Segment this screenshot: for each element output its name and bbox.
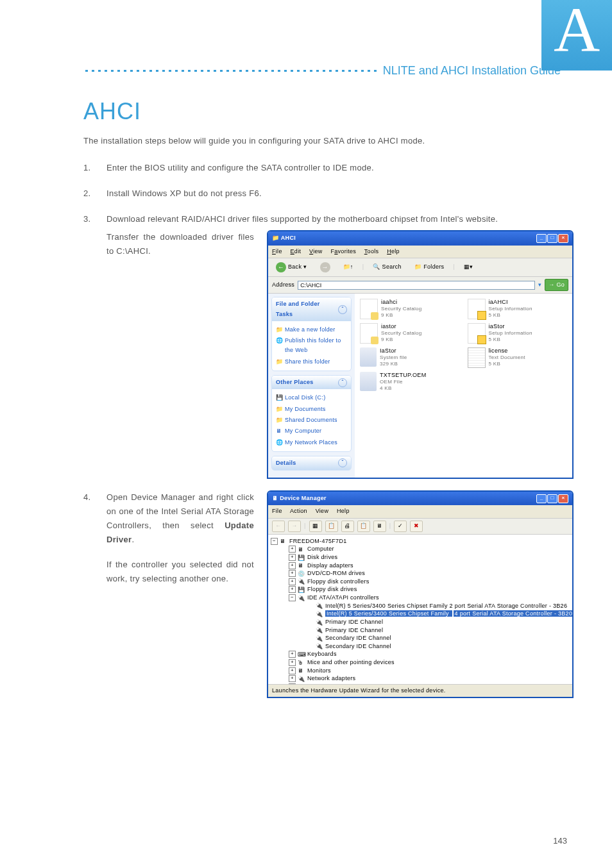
header-title: NLITE and AHCI Installation Guide <box>383 64 574 78</box>
expand-box[interactable]: + <box>289 675 296 682</box>
folders-button[interactable]: 📁 Folders <box>411 260 448 274</box>
explorer-titlebar[interactable]: 📁 AHCI _ □ × <box>268 231 572 245</box>
minimize-button[interactable]: _ <box>536 234 547 243</box>
panel-header[interactable]: File and Folder Tasksˆ <box>272 297 351 321</box>
file-item[interactable]: iaahciSecurity Catalog9 KB <box>360 299 460 319</box>
menu-view[interactable]: View <box>309 248 323 255</box>
folder-icon: 📁 <box>276 415 282 422</box>
scan-button[interactable]: 🖥 <box>373 521 386 532</box>
panel-header[interactable]: Detailsˇ <box>272 456 351 470</box>
tree-sata-ctrl-2[interactable]: 🔌Intel(R) 5 Series/3400 Series Chipset F… <box>307 610 570 618</box>
expand-box[interactable]: + <box>289 586 296 593</box>
tree-secondary-ide-1[interactable]: 🔌Secondary IDE Channel <box>307 634 570 642</box>
file-item[interactable]: TXTSETUP.OEMOEM File4 KB <box>360 372 460 391</box>
expand-box[interactable]: + <box>289 683 296 684</box>
file-item[interactable]: iastorSecurity Catalog9 KB <box>360 323 460 344</box>
print-button[interactable]: 🖨 <box>341 521 354 532</box>
enable-button[interactable]: ✓ <box>394 521 407 532</box>
expand-box[interactable]: + <box>289 546 296 553</box>
minimize-button[interactable]: _ <box>536 494 547 503</box>
collapse-box[interactable]: − <box>289 594 296 601</box>
panel-header[interactable]: Other Placesˆ <box>272 376 351 389</box>
forward-button[interactable]: → <box>316 260 334 274</box>
tree-computer[interactable]: +🖥Computer <box>289 545 570 553</box>
expand-box[interactable]: + <box>289 570 296 577</box>
expand-box[interactable]: + <box>289 554 296 561</box>
txt-icon <box>468 347 486 368</box>
menu-file[interactable]: FFileile <box>272 248 282 255</box>
tree-dvd[interactable]: +💿DVD/CD-ROM drives <box>289 569 570 578</box>
tree-other[interactable]: +?Other devices <box>289 683 570 684</box>
place-my-documents[interactable]: 📁My Documents <box>276 405 347 414</box>
expand-box[interactable]: + <box>289 659 296 666</box>
views-button[interactable]: ▦▾ <box>460 260 477 274</box>
place-shared-documents[interactable]: 📁Shared Documents <box>276 415 347 425</box>
tree-button[interactable]: ▦ <box>309 521 322 532</box>
menu-file[interactable]: File <box>272 508 282 514</box>
explorer-window: 📁 AHCI _ □ × FFileile Edit View Favorite… <box>267 230 574 479</box>
tree-display[interactable]: +🖥Display adapters <box>289 562 570 570</box>
appendix-letter: A <box>554 0 600 65</box>
menu-edit[interactable]: Edit <box>291 248 302 255</box>
collapse-icon[interactable]: ˆ <box>338 305 347 314</box>
task-new-folder[interactable]: 📁Make a new folder <box>276 325 347 335</box>
menu-help[interactable]: Help <box>337 508 350 514</box>
menu-favorites[interactable]: Favorites <box>330 248 356 255</box>
maximize-button[interactable]: □ <box>547 494 557 503</box>
go-button[interactable]: → Go <box>545 279 568 291</box>
expand-box[interactable]: + <box>289 651 296 658</box>
oem-icon <box>360 372 377 391</box>
inf-icon <box>468 323 486 344</box>
tree-keyboards[interactable]: +⌨Keyboards <box>289 650 570 658</box>
place-my-network[interactable]: 🌐My Network Places <box>276 438 347 447</box>
nav-fwd-button[interactable]: → <box>288 521 301 532</box>
status-bar: Launches the Hardware Update Wizard for … <box>268 684 572 697</box>
tree-disk-drives[interactable]: +💾Disk drives <box>289 553 570 562</box>
tree-network[interactable]: +🔌Network adapters <box>289 674 570 683</box>
expand-box[interactable]: + <box>289 562 296 569</box>
uninstall-button[interactable]: ✖ <box>410 521 423 532</box>
display-icon: 🖥 <box>298 562 305 569</box>
nav-back-button[interactable]: ← <box>272 521 285 532</box>
tree-mice[interactable]: +🖱Mice and other pointing devices <box>289 658 570 667</box>
collapse-icon[interactable]: ˆ <box>338 378 347 387</box>
task-publish[interactable]: 🌐Publish this folder to the Web <box>276 336 347 356</box>
expand-box[interactable]: + <box>289 578 296 585</box>
tree-primary-ide-1[interactable]: 🔌Primary IDE Channel <box>307 618 570 626</box>
task-share[interactable]: 📁Share this folder <box>276 357 347 367</box>
file-item[interactable]: IaStorSystem file329 KB <box>360 347 460 368</box>
menu-help[interactable]: Help <box>387 248 400 255</box>
tree-root[interactable]: −🖥FREEDOM-475F7D1 +🖥Computer +💾Disk driv… <box>271 537 570 684</box>
dm-titlebar[interactable]: 🖥 Device Manager _ □ × <box>268 492 572 505</box>
menu-tools[interactable]: Tools <box>364 248 379 255</box>
menu-action[interactable]: Action <box>290 508 307 514</box>
tree-secondary-ide-2[interactable]: 🔌Secondary IDE Channel <box>307 642 570 651</box>
close-button[interactable]: × <box>558 494 568 503</box>
search-button[interactable]: 🔍 Search <box>369 260 405 274</box>
properties-button[interactable]: 📋 <box>325 521 338 532</box>
maximize-button[interactable]: □ <box>547 234 557 243</box>
back-button[interactable]: ← Back ▾ <box>272 260 311 274</box>
place-my-computer[interactable]: 🖥My Computer <box>276 426 347 436</box>
tree-floppy-ctrl[interactable]: +🔌Floppy disk controllers <box>289 578 570 586</box>
place-local-disk[interactable]: 💾Local Disk (C:) <box>276 393 347 403</box>
share-icon: 📁 <box>276 357 282 363</box>
file-item[interactable]: licenseText Document5 KB <box>468 347 568 368</box>
file-item[interactable]: iaStorSetup Information5 KB <box>468 323 568 344</box>
file-item[interactable]: iaAHCISetup Information5 KB <box>468 299 568 319</box>
address-input[interactable] <box>298 281 535 290</box>
disk-icon: 💾 <box>298 554 305 562</box>
collapse-box[interactable]: − <box>271 538 278 545</box>
close-button[interactable]: × <box>558 234 568 243</box>
expand-icon[interactable]: ˇ <box>338 458 347 467</box>
tree-ide[interactable]: −🔌IDE ATA/ATAPI controllers 🔌Intel(R) 5 … <box>289 594 570 650</box>
tree-monitors[interactable]: +🖥Monitors <box>289 667 570 675</box>
menu-view[interactable]: View <box>316 508 329 514</box>
tree-sata-ctrl-1[interactable]: 🔌Intel(R) 5 Series/3400 Series Chipset F… <box>307 602 570 610</box>
refresh-button[interactable]: 📋 <box>357 521 370 532</box>
tree-primary-ide-2[interactable]: 🔌Primary IDE Channel <box>307 626 570 635</box>
tree-floppy-drv[interactable]: +💾Floppy disk drives <box>289 585 570 594</box>
device-tree[interactable]: −🖥FREEDOM-475F7D1 +🖥Computer +💾Disk driv… <box>268 535 572 684</box>
expand-box[interactable]: + <box>289 667 296 674</box>
up-button[interactable]: 📁↑ <box>339 260 357 274</box>
